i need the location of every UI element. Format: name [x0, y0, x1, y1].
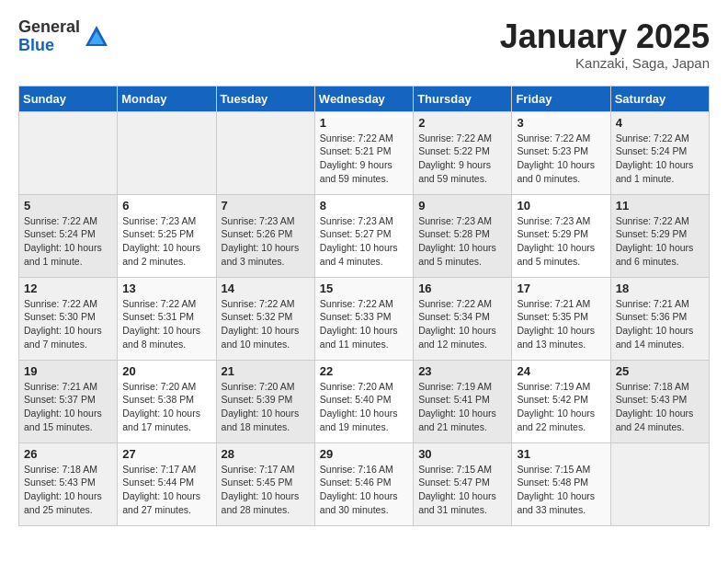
- table-row: 9Sunrise: 7:23 AM Sunset: 5:28 PM Daylig…: [414, 194, 512, 277]
- day-number: 3: [517, 116, 605, 130]
- week-row-4: 19Sunrise: 7:21 AM Sunset: 5:37 PM Dayli…: [19, 360, 710, 442]
- day-info: Sunrise: 7:22 AM Sunset: 5:34 PM Dayligh…: [418, 297, 506, 351]
- table-row: [118, 111, 216, 194]
- table-row: 11Sunrise: 7:22 AM Sunset: 5:29 PM Dayli…: [610, 194, 709, 277]
- table-row: [216, 111, 314, 194]
- day-info: Sunrise: 7:23 AM Sunset: 5:29 PM Dayligh…: [517, 214, 605, 269]
- day-number: 18: [616, 282, 704, 295]
- day-number: 12: [24, 282, 112, 295]
- day-number: 26: [24, 447, 112, 461]
- table-row: 7Sunrise: 7:23 AM Sunset: 5:26 PM Daylig…: [216, 194, 314, 277]
- header-thursday: Thursday: [414, 86, 512, 111]
- table-row: 18Sunrise: 7:21 AM Sunset: 5:36 PM Dayli…: [610, 277, 709, 360]
- day-info: Sunrise: 7:15 AM Sunset: 5:47 PM Dayligh…: [418, 463, 506, 517]
- day-info: Sunrise: 7:22 AM Sunset: 5:24 PM Dayligh…: [616, 132, 704, 186]
- calendar-table: SundayMondayTuesdayWednesdayThursdayFrid…: [18, 86, 710, 526]
- logo-general-text: General: [18, 18, 80, 37]
- week-row-3: 12Sunrise: 7:22 AM Sunset: 5:30 PM Dayli…: [19, 277, 710, 360]
- day-info: Sunrise: 7:21 AM Sunset: 5:36 PM Dayligh…: [616, 297, 704, 351]
- table-row: 5Sunrise: 7:22 AM Sunset: 5:24 PM Daylig…: [19, 194, 118, 277]
- day-number: 9: [418, 199, 506, 213]
- day-info: Sunrise: 7:20 AM Sunset: 5:38 PM Dayligh…: [122, 380, 210, 434]
- day-info: Sunrise: 7:23 AM Sunset: 5:25 PM Dayligh…: [122, 214, 210, 269]
- day-info: Sunrise: 7:16 AM Sunset: 5:46 PM Dayligh…: [320, 463, 408, 517]
- table-row: 28Sunrise: 7:17 AM Sunset: 5:45 PM Dayli…: [216, 442, 314, 525]
- table-row: 24Sunrise: 7:19 AM Sunset: 5:42 PM Dayli…: [512, 360, 610, 442]
- day-info: Sunrise: 7:22 AM Sunset: 5:23 PM Dayligh…: [517, 132, 605, 186]
- day-number: 7: [222, 199, 310, 213]
- header-sunday: Sunday: [19, 86, 118, 111]
- day-info: Sunrise: 7:19 AM Sunset: 5:42 PM Dayligh…: [517, 380, 605, 434]
- table-row: 10Sunrise: 7:23 AM Sunset: 5:29 PM Dayli…: [512, 194, 610, 277]
- table-row: 4Sunrise: 7:22 AM Sunset: 5:24 PM Daylig…: [610, 111, 709, 194]
- table-row: 17Sunrise: 7:21 AM Sunset: 5:35 PM Dayli…: [512, 277, 610, 360]
- table-row: 6Sunrise: 7:23 AM Sunset: 5:25 PM Daylig…: [118, 194, 216, 277]
- table-row: 13Sunrise: 7:22 AM Sunset: 5:31 PM Dayli…: [118, 277, 216, 360]
- table-row: 2Sunrise: 7:22 AM Sunset: 5:22 PM Daylig…: [414, 111, 512, 194]
- table-row: 12Sunrise: 7:22 AM Sunset: 5:30 PM Dayli…: [19, 277, 118, 360]
- table-row: 26Sunrise: 7:18 AM Sunset: 5:43 PM Dayli…: [19, 442, 118, 525]
- day-info: Sunrise: 7:15 AM Sunset: 5:48 PM Dayligh…: [517, 463, 605, 517]
- logo-icon: [84, 24, 109, 50]
- table-row: 29Sunrise: 7:16 AM Sunset: 5:46 PM Dayli…: [314, 442, 413, 525]
- day-number: 30: [418, 447, 506, 461]
- day-number: 10: [517, 199, 605, 213]
- day-info: Sunrise: 7:23 AM Sunset: 5:26 PM Dayligh…: [222, 214, 310, 269]
- day-info: Sunrise: 7:23 AM Sunset: 5:27 PM Dayligh…: [320, 214, 408, 269]
- table-row: 3Sunrise: 7:22 AM Sunset: 5:23 PM Daylig…: [512, 111, 610, 194]
- day-number: 1: [320, 116, 408, 130]
- table-row: 16Sunrise: 7:22 AM Sunset: 5:34 PM Dayli…: [414, 277, 512, 360]
- day-info: Sunrise: 7:20 AM Sunset: 5:40 PM Dayligh…: [320, 380, 408, 434]
- day-info: Sunrise: 7:22 AM Sunset: 5:22 PM Dayligh…: [418, 132, 506, 186]
- week-row-5: 26Sunrise: 7:18 AM Sunset: 5:43 PM Dayli…: [19, 442, 710, 525]
- day-info: Sunrise: 7:18 AM Sunset: 5:43 PM Dayligh…: [24, 463, 112, 517]
- day-number: 28: [222, 447, 310, 461]
- table-row: 25Sunrise: 7:18 AM Sunset: 5:43 PM Dayli…: [610, 360, 709, 442]
- weekday-header-row: SundayMondayTuesdayWednesdayThursdayFrid…: [19, 86, 710, 111]
- day-info: Sunrise: 7:22 AM Sunset: 5:30 PM Dayligh…: [24, 297, 112, 351]
- day-number: 21: [222, 364, 310, 378]
- table-row: 27Sunrise: 7:17 AM Sunset: 5:44 PM Dayli…: [118, 442, 216, 525]
- day-number: 27: [122, 447, 210, 461]
- table-row: [610, 442, 709, 525]
- day-info: Sunrise: 7:21 AM Sunset: 5:35 PM Dayligh…: [517, 297, 605, 351]
- day-info: Sunrise: 7:17 AM Sunset: 5:44 PM Dayligh…: [122, 463, 210, 517]
- day-number: 6: [122, 199, 210, 213]
- day-info: Sunrise: 7:22 AM Sunset: 5:21 PM Dayligh…: [320, 132, 408, 186]
- day-info: Sunrise: 7:22 AM Sunset: 5:31 PM Dayligh…: [122, 297, 210, 351]
- day-number: 29: [320, 447, 408, 461]
- day-number: 2: [418, 116, 506, 130]
- table-row: 14Sunrise: 7:22 AM Sunset: 5:32 PM Dayli…: [216, 277, 314, 360]
- day-info: Sunrise: 7:19 AM Sunset: 5:41 PM Dayligh…: [418, 380, 506, 434]
- day-number: 5: [24, 199, 112, 213]
- day-number: 16: [418, 282, 506, 295]
- location: Kanzaki, Saga, Japan: [500, 55, 710, 71]
- logo: General Blue: [18, 18, 109, 55]
- table-row: 19Sunrise: 7:21 AM Sunset: 5:37 PM Dayli…: [19, 360, 118, 442]
- day-number: 11: [616, 199, 704, 213]
- day-number: 4: [616, 116, 704, 130]
- table-row: 15Sunrise: 7:22 AM Sunset: 5:33 PM Dayli…: [314, 277, 413, 360]
- day-number: 23: [418, 364, 506, 378]
- header-wednesday: Wednesday: [314, 86, 413, 111]
- day-info: Sunrise: 7:22 AM Sunset: 5:33 PM Dayligh…: [320, 297, 408, 351]
- table-row: 31Sunrise: 7:15 AM Sunset: 5:48 PM Dayli…: [512, 442, 610, 525]
- day-info: Sunrise: 7:18 AM Sunset: 5:43 PM Dayligh…: [616, 380, 704, 434]
- page-header: General Blue January 2025 Kanzaki, Saga,…: [18, 18, 710, 71]
- day-number: 8: [320, 199, 408, 213]
- month-title: January 2025: [500, 18, 710, 55]
- day-number: 22: [320, 364, 408, 378]
- day-number: 19: [24, 364, 112, 378]
- day-info: Sunrise: 7:17 AM Sunset: 5:45 PM Dayligh…: [222, 463, 310, 517]
- week-row-2: 5Sunrise: 7:22 AM Sunset: 5:24 PM Daylig…: [19, 194, 710, 277]
- title-block: January 2025 Kanzaki, Saga, Japan: [500, 18, 710, 71]
- day-number: 25: [616, 364, 704, 378]
- day-info: Sunrise: 7:22 AM Sunset: 5:29 PM Dayligh…: [616, 214, 704, 269]
- table-row: [19, 111, 118, 194]
- table-row: 23Sunrise: 7:19 AM Sunset: 5:41 PM Dayli…: [414, 360, 512, 442]
- table-row: 22Sunrise: 7:20 AM Sunset: 5:40 PM Dayli…: [314, 360, 413, 442]
- week-row-1: 1Sunrise: 7:22 AM Sunset: 5:21 PM Daylig…: [19, 111, 710, 194]
- day-info: Sunrise: 7:20 AM Sunset: 5:39 PM Dayligh…: [222, 380, 310, 434]
- table-row: 20Sunrise: 7:20 AM Sunset: 5:38 PM Dayli…: [118, 360, 216, 442]
- header-monday: Monday: [118, 86, 216, 111]
